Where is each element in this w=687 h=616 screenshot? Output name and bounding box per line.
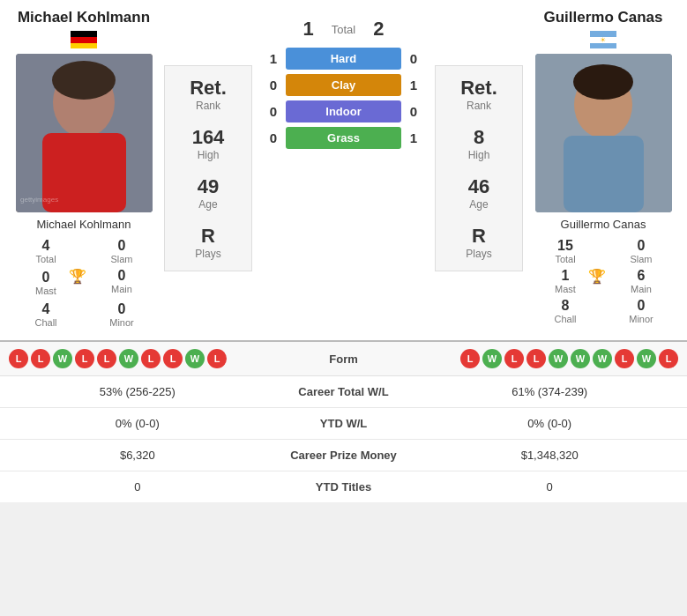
- player1-career-wl: 53% (256-225): [0, 376, 275, 408]
- p1-form-5: L: [97, 349, 116, 368]
- grass-badge: Grass: [286, 127, 401, 149]
- form-label: Form: [291, 353, 397, 366]
- svg-point-3: [52, 61, 116, 100]
- surface-clay-row: 0 Clay 1: [261, 74, 426, 96]
- player2-minor-val: 0: [638, 298, 646, 314]
- totals-label: Total: [332, 23, 355, 36]
- totals-row: 1 Total 2: [303, 9, 385, 48]
- grass-score1: 0: [261, 130, 286, 145]
- player2-high-label: High: [468, 149, 490, 161]
- player2-total-cell: 15 Total: [528, 236, 602, 266]
- ytd-wl-row: 0% (0-0) YTD W/L 0% (0-0): [0, 408, 687, 440]
- player1-plays-label: Plays: [195, 248, 220, 260]
- p1-form-7: L: [141, 349, 161, 368]
- p2-form-9: W: [637, 349, 656, 368]
- player2-chall-val: 8: [562, 298, 570, 314]
- player1-silhouette: gettyimages: [16, 54, 153, 212]
- surfaces-list: 1 Hard 0 0 Clay 1 0 Indoor 0: [261, 48, 426, 149]
- ytd-titles-label: YTD Titles: [275, 471, 413, 503]
- player2-total-score: 2: [373, 18, 384, 41]
- player1-flag: [71, 31, 97, 48]
- player1-photo: gettyimages: [16, 54, 153, 212]
- player1-minor-cell: 0 Minor: [85, 300, 159, 330]
- player2-main-label: Main: [631, 284, 652, 294]
- indoor-score2: 0: [401, 104, 426, 119]
- player1-plays-val: R: [201, 225, 215, 248]
- flag-ar-blue2: [590, 43, 616, 49]
- player1-area: Michael Kohlmann gettyimages: [9, 9, 159, 330]
- player2-prize: $1,348,320: [412, 440, 687, 471]
- grass-score2: 1: [401, 130, 426, 145]
- indoor-score1: 0: [261, 104, 286, 119]
- flag-de-black: [71, 31, 97, 37]
- hard-badge: Hard: [286, 48, 401, 70]
- p2-form-8: L: [615, 349, 634, 368]
- player1-age-val: 49: [198, 175, 219, 198]
- player1-slam-cell: 0 Slam: [85, 236, 159, 266]
- player2-minor-label: Minor: [629, 314, 653, 324]
- player2-photo: [535, 54, 672, 212]
- player1-minor-val: 0: [118, 301, 126, 317]
- player1-total-score: 1: [303, 18, 314, 41]
- player2-career-wl: 61% (374-239): [412, 376, 687, 408]
- player1-stats-grid: 4 Total 0 Slam 0 Mast 🏆 0 Main 4: [9, 236, 159, 330]
- player2-name-below: Guillermo Canas: [561, 218, 646, 231]
- player1-trophy-main-cell: 🏆 0 Main: [85, 268, 159, 298]
- p1-form-10: L: [207, 349, 227, 368]
- player2-ytd-titles: 0: [412, 471, 687, 503]
- player2-name-flag: Guillermo Canas ☀: [543, 9, 662, 48]
- player2-rank-val: Ret.: [460, 77, 497, 100]
- player2-mast-label: Mast: [555, 284, 576, 294]
- p1-form-4: L: [75, 349, 94, 368]
- player2-mast-val: 1: [562, 268, 570, 284]
- player2-silhouette: [535, 54, 672, 212]
- stats-table: 53% (256-225) Career Total W/L 61% (374-…: [0, 376, 687, 502]
- player2-name: Guillermo Canas: [543, 9, 662, 26]
- clay-score1: 0: [261, 78, 286, 93]
- p1-form-8: L: [163, 349, 183, 368]
- player2-slam-cell: 0 Slam: [604, 236, 678, 266]
- hard-score1: 1: [261, 51, 286, 66]
- p2-form-5: W: [549, 349, 568, 368]
- surface-indoor-row: 0 Indoor 0: [261, 100, 426, 122]
- player2-main-cell: 🏆 6 Main: [604, 268, 678, 294]
- player2-chall-cell: 8 Chall: [528, 296, 602, 326]
- player1-plays-cell: R Plays: [195, 225, 220, 260]
- player2-rank-label: Rank: [467, 100, 491, 112]
- player1-main-label: Main: [111, 284, 132, 294]
- player1-chall-label: Chall: [34, 317, 56, 328]
- player1-total-val: 4: [42, 238, 50, 254]
- player2-slam-label: Slam: [630, 254, 652, 264]
- ytd-wl-label: YTD W/L: [275, 408, 413, 440]
- player1-age-label: Age: [198, 198, 217, 211]
- ytd-titles-row: 0 YTD Titles 0: [0, 471, 687, 503]
- player1-main-val: 0: [118, 268, 126, 284]
- prize-row: $6,320 Career Prize Money $1,348,320: [0, 440, 687, 471]
- p1-form-3: W: [53, 349, 72, 368]
- player2-minor-cell: 0 Minor: [604, 296, 678, 326]
- player1-rank-val: Ret.: [190, 77, 227, 100]
- player1-prize: $6,320: [0, 440, 275, 471]
- p2-form-2: W: [482, 349, 502, 368]
- player2-area: Guillermo Canas ☀ Guillermo Canas: [528, 9, 678, 326]
- player2-high-val: 8: [474, 126, 484, 149]
- prize-label: Career Prize Money: [275, 440, 413, 471]
- player2-total-val: 15: [557, 238, 573, 254]
- player1-ytd-wl: 0% (0-0): [0, 408, 275, 440]
- bottom-section: L L W L L W L L W L Form L W L L W W W: [0, 340, 687, 502]
- p2-form-4: L: [526, 349, 546, 368]
- hard-score2: 0: [401, 51, 426, 66]
- player1-trophy-icon: 🏆: [69, 268, 86, 285]
- player1-name: Michael Kohlmann: [18, 9, 150, 26]
- player2-trophy-icon: 🏆: [588, 268, 606, 285]
- player2-plays-val: R: [472, 225, 486, 248]
- clay-badge: Clay: [286, 74, 401, 96]
- flag-de-gold: [71, 43, 97, 49]
- p2-form-10: L: [659, 349, 678, 368]
- flag-ar-white: ☀: [590, 37, 616, 43]
- player1-ytd-titles: 0: [0, 471, 275, 503]
- surface-grass-row: 0 Grass 1: [261, 127, 426, 149]
- career-wl-row: 53% (256-225) Career Total W/L 61% (374-…: [0, 376, 687, 408]
- p1-form-1: L: [9, 349, 28, 368]
- player1-total-cell: 4 Total: [9, 236, 83, 266]
